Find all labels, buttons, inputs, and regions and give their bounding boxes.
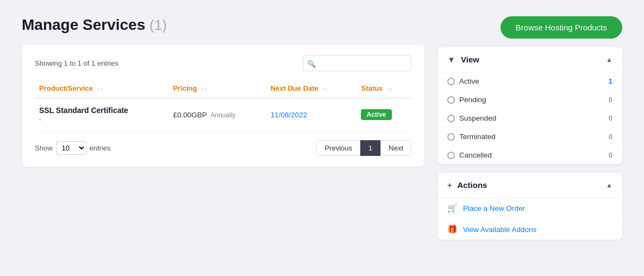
prev-button[interactable]: Previous bbox=[316, 140, 360, 156]
filter-suspended-count: 0 bbox=[609, 114, 612, 122]
show-label: Show bbox=[35, 144, 53, 152]
filter-icon: ▼ bbox=[447, 55, 455, 64]
view-section-card: ▼ View ▲ Active 1 Pending bbox=[437, 47, 622, 164]
filter-cancelled-label: Cancelled bbox=[459, 151, 492, 159]
view-addons-label: View Available Addons bbox=[463, 225, 536, 234]
view-chevron-icon[interactable]: ▲ bbox=[606, 56, 612, 64]
radio-pending bbox=[447, 96, 455, 104]
radio-cancelled bbox=[447, 152, 455, 159]
filter-active-count: 1 bbox=[609, 77, 612, 85]
col-due-date: Next Due Date ↑↓ bbox=[266, 79, 357, 98]
cart-icon: 🛒 bbox=[447, 203, 458, 213]
cell-product: SSL Standard Certificate - bbox=[35, 98, 168, 131]
cell-due-date: 11/08/2022 bbox=[266, 98, 357, 131]
browse-hosting-button[interactable]: Browse Hosting Products bbox=[501, 16, 622, 39]
sidebar: Browse Hosting Products ▼ View ▲ Active … bbox=[437, 16, 622, 248]
pagination: Previous 1 Next bbox=[316, 140, 411, 156]
show-entries: Show 10 25 50 100 entries bbox=[35, 141, 111, 155]
radio-suspended bbox=[447, 115, 455, 122]
filter-terminated-count: 0 bbox=[609, 133, 612, 141]
radio-terminated bbox=[447, 133, 455, 141]
view-header-label: ▼ View bbox=[447, 55, 479, 64]
col-product: Product/Service ↑↓ bbox=[35, 79, 168, 98]
actions-section-header: + Actions ▲ bbox=[437, 173, 622, 198]
table-row: SSL Standard Certificate - £0.00GBP Annu… bbox=[35, 98, 411, 131]
showing-text: Showing 1 to 1 of 1 entries bbox=[35, 59, 118, 67]
col-status: Status ↑↓ bbox=[357, 79, 411, 98]
view-filter-list: Active 1 Pending 0 Suspended bbox=[437, 72, 622, 164]
entries-label: entries bbox=[90, 144, 111, 152]
filter-terminated-label: Terminated bbox=[459, 133, 496, 141]
addons-icon: 🎁 bbox=[447, 224, 458, 234]
filter-terminated[interactable]: Terminated 0 bbox=[437, 128, 622, 146]
sort-icon-status: ↑↓ bbox=[387, 86, 392, 92]
status-badge: Active bbox=[361, 109, 391, 120]
actions-chevron-icon[interactable]: ▲ bbox=[606, 181, 612, 189]
search-wrapper: 🔍 bbox=[303, 55, 411, 71]
sort-icon-product: ↑↓ bbox=[97, 86, 103, 92]
services-table-card: Showing 1 to 1 of 1 entries 🔍 Product/Se… bbox=[22, 45, 424, 167]
place-new-order-link[interactable]: 🛒 Place a New Order bbox=[437, 198, 622, 219]
pricing-period: Annually bbox=[210, 111, 235, 119]
entries-select[interactable]: 10 25 50 100 bbox=[56, 141, 86, 155]
view-addons-link[interactable]: 🎁 View Available Addons bbox=[437, 219, 622, 240]
radio-active bbox=[447, 78, 455, 85]
page-title: Manage Services (1) bbox=[22, 16, 167, 34]
plus-icon: + bbox=[447, 180, 452, 190]
filter-suspended-label: Suspended bbox=[459, 114, 496, 122]
filter-pending[interactable]: Pending 0 bbox=[437, 91, 622, 109]
view-section-header: ▼ View ▲ bbox=[437, 47, 622, 72]
filter-pending-label: Pending bbox=[459, 96, 486, 104]
sort-icon-pricing: ↑↓ bbox=[201, 86, 207, 92]
filter-cancelled-count: 0 bbox=[609, 151, 612, 159]
filter-active-label: Active bbox=[459, 77, 479, 85]
search-icon: 🔍 bbox=[307, 59, 316, 67]
next-button[interactable]: Next bbox=[380, 140, 411, 156]
filter-active[interactable]: Active 1 bbox=[437, 72, 622, 91]
col-pricing: Pricing ↑↓ bbox=[168, 79, 266, 98]
sort-icon-due-date: ↑↓ bbox=[322, 86, 328, 92]
place-order-label: Place a New Order bbox=[463, 204, 525, 212]
filter-pending-count: 0 bbox=[609, 96, 612, 104]
search-input[interactable] bbox=[303, 55, 411, 71]
page-1-button[interactable]: 1 bbox=[360, 140, 380, 156]
due-date-value: 11/08/2022 bbox=[271, 111, 308, 119]
service-count: (1) bbox=[149, 17, 167, 33]
actions-header-label: + Actions bbox=[447, 180, 487, 190]
pricing-value: £0.00GBP bbox=[173, 111, 207, 119]
cell-status: Active bbox=[357, 98, 411, 131]
product-sub: - bbox=[39, 116, 164, 123]
filter-suspended[interactable]: Suspended 0 bbox=[437, 109, 622, 128]
actions-section-card: + Actions ▲ 🛒 Place a New Order 🎁 View A… bbox=[437, 173, 622, 240]
product-name: SSL Standard Certificate bbox=[39, 106, 164, 115]
filter-cancelled[interactable]: Cancelled 0 bbox=[437, 146, 622, 164]
cell-pricing: £0.00GBP Annually bbox=[168, 98, 266, 131]
table-header-row: Product/Service ↑↓ Pricing ↑↓ Next Due D… bbox=[35, 79, 411, 98]
services-table: Product/Service ↑↓ Pricing ↑↓ Next Due D… bbox=[35, 79, 411, 131]
